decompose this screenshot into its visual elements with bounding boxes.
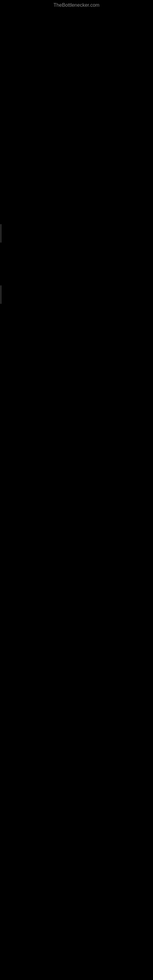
chart-area [0, 10, 153, 684]
vertical-line-top [1, 224, 1, 243]
vertical-line-bottom [1, 285, 1, 304]
bottleneck-items-container: BottBottleneckBottleBottleneckBottleneck… [0, 684, 153, 980]
site-title: TheBottlenecker.com [0, 0, 153, 10]
